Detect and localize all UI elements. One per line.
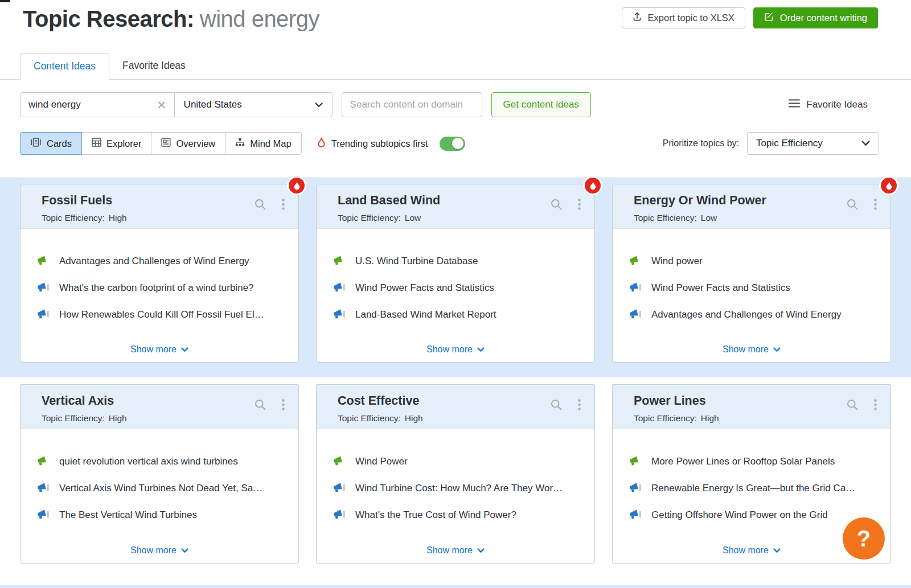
topic-efficiency: Topic Efficiency:High — [42, 213, 287, 223]
headline-item[interactable]: Wind Turbine Cost: How Much? Are They Wo… — [333, 481, 583, 495]
headline-item[interactable]: The Best Vertical Wind Turbines — [36, 508, 287, 522]
favorite-ideas-link[interactable]: Favorite Ideas — [789, 99, 868, 110]
search-topic-icon[interactable] — [846, 398, 859, 411]
topic-card-header[interactable]: Vertical Axis Topic Efficiency:High — [20, 385, 298, 429]
country-select-value: United States — [184, 99, 242, 110]
chevron-down-icon — [477, 344, 485, 355]
help-button-label: ? — [857, 526, 871, 552]
chevron-down-icon — [181, 545, 188, 556]
headline-item[interactable]: Wind Power Facts and Statistics — [333, 281, 583, 295]
trending-topics-section: Fossil Fuels Topic Efficiency:High Advan… — [0, 178, 911, 377]
topic-card-header[interactable]: Power Lines Topic Efficiency:High — [613, 385, 891, 429]
view-overview-button[interactable]: Overview — [151, 132, 225, 155]
megaphone-icon — [629, 255, 642, 267]
headline-item[interactable]: Vertical Axis Wind Turbines Not Dead Yet… — [36, 481, 287, 495]
topic-efficiency: Topic Efficiency:High — [634, 413, 879, 423]
trending-subtopics-label: Trending subtopics first — [331, 138, 428, 149]
kebab-menu-icon[interactable] — [282, 199, 285, 210]
view-mindmap-button[interactable]: Mind Map — [225, 132, 301, 155]
topic-card: Vertical Axis Topic Efficiency:High quie… — [20, 384, 299, 564]
get-content-ideas-button[interactable]: Get content ideas — [491, 92, 591, 117]
headline-text: Advantages and Challenges of Wind Energy — [59, 254, 249, 268]
kebab-menu-icon[interactable] — [282, 399, 285, 410]
kebab-menu-icon[interactable] — [874, 199, 877, 210]
headline-item[interactable]: U.S. Wind Turbine Database — [333, 254, 583, 268]
topic-card: Cost Effective Topic Efficiency:High Win… — [316, 384, 595, 564]
card-header-actions — [846, 398, 877, 411]
view-cards-button[interactable]: Cards — [20, 132, 82, 155]
megaphone-icon — [36, 482, 50, 494]
export-xlsx-button[interactable]: Export topic to XLSX — [622, 7, 745, 28]
help-button[interactable]: ? — [843, 517, 885, 560]
headline-item[interactable]: What's the True Cost of Wind Power? — [333, 508, 583, 522]
headline-item[interactable]: Advantages and Challenges of Wind Energy — [629, 307, 879, 322]
topic-card-title: Cost Effective — [338, 394, 583, 408]
search-topic-icon[interactable] — [254, 198, 266, 211]
headline-item[interactable]: Wind power — [629, 254, 879, 268]
topic-efficiency-label: Topic Efficiency: — [634, 213, 697, 223]
country-select[interactable]: United States — [174, 93, 332, 117]
headline-item[interactable]: Wind Power — [333, 454, 583, 468]
domain-search-input[interactable] — [342, 92, 482, 117]
prioritize-select[interactable]: Topic Efficiency — [747, 132, 879, 155]
headline-item[interactable]: Getting Offshore Wind Power on the Grid — [629, 508, 879, 522]
tab-content-ideas[interactable]: Content Ideas — [20, 53, 109, 80]
headline-text: Wind Turbine Cost: How Much? Are They Wo… — [355, 481, 563, 495]
tab-favorite-ideas[interactable]: Favorite Ideas — [109, 53, 199, 79]
headline-item[interactable]: More Power Lines or Rooftop Solar Panels — [629, 454, 879, 468]
show-more-label: Show more — [723, 344, 769, 355]
show-more-link[interactable]: Show more — [317, 344, 594, 355]
view-mindmap-label: Mind Map — [250, 138, 291, 149]
topic-card-header[interactable]: Land Based Wind Topic Efficiency:Low — [317, 184, 594, 229]
headline-item[interactable]: How Renewables Could Kill Off Fossil Fue… — [36, 307, 287, 322]
search-topic-icon[interactable] — [846, 198, 859, 211]
card-header-actions — [550, 398, 581, 411]
topic-efficiency-value: Low — [405, 213, 421, 223]
show-more-link[interactable]: Show more — [20, 344, 298, 355]
megaphone-icon — [629, 482, 642, 494]
keyword-input[interactable] — [20, 99, 149, 110]
kebab-menu-icon[interactable] — [578, 399, 581, 410]
chevron-down-icon — [477, 545, 485, 556]
export-button-label: Export topic to XLSX — [648, 13, 734, 23]
topic-card-title: Vertical Axis — [42, 394, 287, 408]
kebab-menu-icon[interactable] — [874, 399, 877, 410]
chevron-down-icon — [181, 344, 188, 355]
order-button-label: Order content writing — [780, 13, 867, 23]
headline-item[interactable]: Wind Power Facts and Statistics — [629, 281, 879, 295]
topic-efficiency: Topic Efficiency:High — [42, 413, 287, 423]
search-topic-icon[interactable] — [254, 398, 266, 411]
card-header-actions — [254, 198, 285, 211]
clear-keyword-icon[interactable]: ✕ — [149, 99, 174, 111]
megaphone-icon — [333, 455, 346, 467]
headline-item[interactable]: Renewable Energy Is Great—but the Grid C… — [629, 481, 879, 495]
tab-favorite-ideas-label: Favorite Ideas — [122, 60, 186, 71]
search-topic-icon[interactable] — [550, 398, 563, 411]
screen-edge-artifact — [0, 0, 10, 2]
search-topic-icon[interactable] — [550, 198, 563, 211]
headline-item[interactable]: Advantages and Challenges of Wind Energy — [36, 254, 287, 268]
topic-card: Land Based Wind Topic Efficiency:Low U.S… — [316, 184, 595, 363]
view-explorer-button[interactable]: Explorer — [81, 132, 151, 155]
topic-card-header[interactable]: Fossil Fuels Topic Efficiency:High — [20, 184, 298, 229]
trending-toggle[interactable] — [440, 137, 465, 151]
kebab-menu-icon[interactable] — [578, 199, 581, 210]
headline-list: U.S. Wind Turbine DatabaseWind Power Fac… — [317, 229, 594, 322]
headline-item[interactable]: What's the carbon footprint of a wind tu… — [36, 281, 287, 295]
topic-card-header[interactable]: Energy Or Wind Power Topic Efficiency:Lo… — [613, 184, 891, 229]
show-more-link[interactable]: Show more — [20, 545, 298, 556]
headline-text: The Best Vertical Wind Turbines — [59, 508, 197, 522]
headline-item[interactable]: Land-Based Wind Market Report — [333, 307, 583, 322]
topic-card-header[interactable]: Cost Effective Topic Efficiency:High — [317, 385, 594, 429]
headline-text: What's the carbon footprint of a wind tu… — [59, 281, 254, 295]
order-content-writing-button[interactable]: Order content writing — [753, 7, 878, 28]
topic-efficiency-label: Topic Efficiency: — [42, 413, 105, 423]
headline-item[interactable]: quiet revolution vertical axis wind turb… — [36, 454, 287, 468]
view-explorer-label: Explorer — [106, 138, 141, 149]
headline-text: Renewable Energy Is Great—but the Grid C… — [651, 481, 855, 495]
tab-content-ideas-label: Content Ideas — [34, 60, 96, 72]
megaphone-icon — [629, 282, 642, 294]
show-more-link[interactable]: Show more — [613, 344, 891, 355]
chevron-down-icon — [773, 344, 781, 355]
show-more-link[interactable]: Show more — [317, 545, 594, 556]
